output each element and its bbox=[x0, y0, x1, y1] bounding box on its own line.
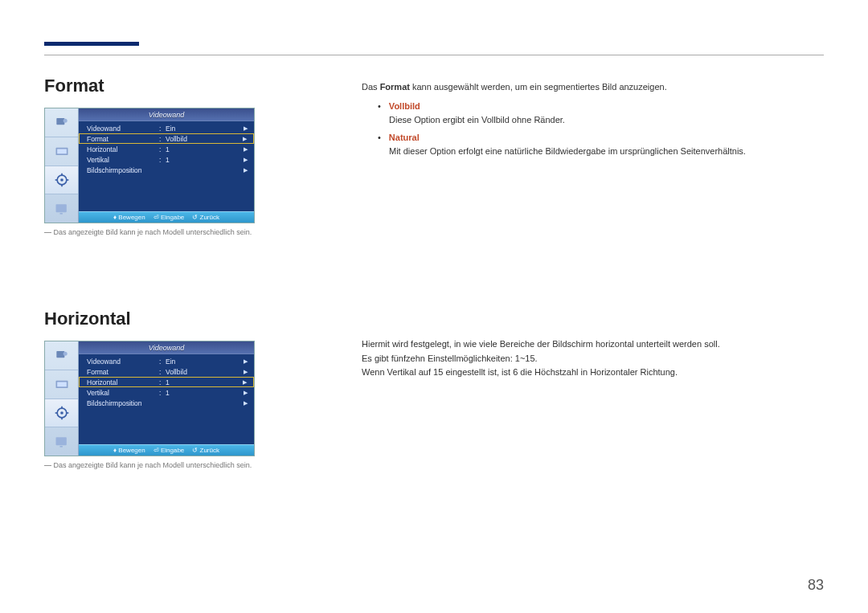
osd-row-value: 1 bbox=[166, 389, 246, 397]
osd-sidebar bbox=[45, 341, 79, 456]
svg-point-1 bbox=[63, 119, 67, 123]
svg-rect-10 bbox=[55, 204, 66, 212]
chevron-right-icon: ▶ bbox=[244, 358, 248, 365]
osd-row-label: Format bbox=[87, 368, 159, 376]
svg-rect-11 bbox=[59, 213, 62, 215]
chevron-right-icon: ▶ bbox=[244, 369, 248, 375]
body-horizontal: Hiermit wird festgelegt, in wie viele Be… bbox=[362, 337, 824, 380]
osd-row-label: Vertikal bbox=[87, 389, 159, 397]
osd-row: Bildschirmposition▶ bbox=[79, 165, 254, 175]
osd-row: Format:Vollbild▶ bbox=[79, 366, 254, 377]
osd-row-value bbox=[166, 166, 246, 174]
left-column: Format Videowand Videowand:Ein▶Format:Vo… bbox=[44, 76, 334, 469]
osd-title: Videowand bbox=[79, 341, 254, 354]
osd-tab-icon bbox=[45, 137, 78, 166]
osd-row: Bildschirmposition▶ bbox=[79, 398, 254, 408]
osd-row-value: 1 bbox=[166, 156, 246, 164]
osd-tab-icon bbox=[45, 341, 78, 370]
osd-footer: ♦ Bewegen ⏎ Eingabe ↺ Zurück bbox=[79, 444, 254, 456]
svg-rect-3 bbox=[57, 149, 67, 154]
osd-row-label: Bildschirmposition bbox=[87, 399, 159, 407]
option-name: Natural bbox=[389, 131, 420, 145]
osd-tab-icon bbox=[45, 194, 78, 223]
osd-main: Videowand Videowand:Ein▶Format:Vollbild▶… bbox=[79, 341, 254, 456]
option-desc: Diese Option ergibt ein Vollbild ohne Rä… bbox=[362, 113, 824, 128]
osd-tab-icon bbox=[45, 108, 78, 137]
horizontal-note: Wenn Vertikal auf 15 eingestellt ist, is… bbox=[362, 366, 824, 380]
osd-body-format: Videowand:Ein▶Format:Vollbild▶Horizontal… bbox=[79, 121, 254, 211]
osd-row: Vertikal:1▶ bbox=[79, 387, 254, 398]
osd-row-label: Bildschirmposition bbox=[87, 166, 159, 174]
osd-tab-icon bbox=[45, 427, 78, 456]
osd-screenshot-format: Videowand Videowand:Ein▶Format:Vollbild▶… bbox=[44, 108, 255, 223]
osd-row-value: Ein bbox=[166, 125, 246, 133]
osd-row: Horizontal:1▶ bbox=[79, 144, 254, 154]
svg-rect-22 bbox=[55, 437, 66, 445]
caption-format: Das angezeigte Bild kann je nach Modell … bbox=[44, 228, 334, 236]
chevron-right-icon: ▶ bbox=[244, 390, 248, 396]
option-name: Vollbild bbox=[389, 100, 420, 114]
osd-footer: ♦ Bewegen ⏎ Eingabe ↺ Zurück bbox=[79, 211, 254, 223]
osd-title: Videowand bbox=[79, 108, 254, 121]
osd-row-label: Vertikal bbox=[87, 156, 159, 164]
option-bullet: •Natural bbox=[362, 131, 824, 145]
osd-footer-move: ♦ Bewegen bbox=[113, 447, 145, 454]
chevron-right-icon: ▶ bbox=[244, 146, 248, 153]
chevron-right-icon: ▶ bbox=[244, 400, 248, 407]
osd-footer-move: ♦ Bewegen bbox=[113, 214, 145, 221]
osd-row-label: Videowand bbox=[87, 125, 159, 133]
osd-row-value bbox=[166, 399, 246, 407]
osd-main: Videowand Videowand:Ein▶Format:Vollbild▶… bbox=[79, 108, 254, 223]
chevron-right-icon: ▶ bbox=[244, 157, 248, 163]
osd-row-label: Horizontal bbox=[87, 378, 159, 386]
heading-horizontal: Horizontal bbox=[44, 309, 334, 329]
osd-sidebar bbox=[45, 108, 79, 223]
svg-rect-15 bbox=[57, 382, 67, 387]
format-intro: Das Format kann ausgewählt werden, um ei… bbox=[362, 80, 824, 95]
osd-tab-icon bbox=[45, 370, 78, 399]
chevron-right-icon: ▶ bbox=[243, 136, 247, 142]
section-horizontal: Horizontal Videowand Videowand:Ein▶Forma… bbox=[44, 309, 334, 469]
osd-row: Videowand:Ein▶ bbox=[79, 356, 254, 366]
svg-rect-23 bbox=[59, 446, 62, 447]
osd-row: Videowand:Ein▶ bbox=[79, 123, 254, 133]
svg-point-13 bbox=[63, 352, 67, 356]
chevron-right-icon: ▶ bbox=[244, 125, 248, 132]
svg-point-5 bbox=[60, 178, 63, 182]
osd-body-horizontal: Videowand:Ein▶Format:Vollbild▶Horizontal… bbox=[79, 354, 254, 444]
osd-row-value: Vollbild bbox=[166, 135, 246, 143]
option-bullet: •Vollbild bbox=[362, 100, 824, 114]
osd-row-value: Vollbild bbox=[166, 368, 246, 376]
header-accent-bar bbox=[44, 42, 139, 46]
horizontal-line1: Hiermit wird festgelegt, in wie viele Be… bbox=[362, 337, 824, 352]
option-desc: Mit dieser Option erfolgt eine natürlich… bbox=[362, 145, 824, 159]
osd-row-value: Ein bbox=[166, 358, 246, 366]
body-format: Das Format kann ausgewählt werden, um ei… bbox=[362, 80, 824, 159]
osd-row-label: Horizontal bbox=[87, 145, 159, 153]
osd-row-value: 1 bbox=[166, 145, 246, 153]
format-options: •VollbildDiese Option ergibt ein Vollbil… bbox=[362, 100, 824, 159]
svg-point-17 bbox=[60, 411, 63, 415]
heading-format: Format bbox=[44, 76, 334, 96]
osd-row: Format:Vollbild▶ bbox=[79, 133, 254, 144]
chevron-right-icon: ▶ bbox=[243, 379, 247, 386]
osd-row-label: Videowand bbox=[87, 358, 159, 366]
osd-tab-icon-selected bbox=[45, 399, 78, 428]
osd-tab-icon-selected bbox=[45, 166, 78, 195]
osd-row: Horizontal:1▶ bbox=[79, 377, 254, 387]
osd-row-value: 1 bbox=[166, 378, 246, 386]
page-number: 83 bbox=[808, 577, 824, 594]
caption-horizontal: Das angezeigte Bild kann je nach Modell … bbox=[44, 461, 334, 469]
osd-screenshot-horizontal: Videowand Videowand:Ein▶Format:Vollbild▶… bbox=[44, 341, 255, 456]
osd-row-label: Format bbox=[87, 135, 159, 143]
header-divider bbox=[44, 55, 824, 55]
osd-row: Vertikal:1▶ bbox=[79, 154, 254, 165]
osd-footer-back: ↺ Zurück bbox=[192, 214, 219, 221]
osd-footer-enter: ⏎ Eingabe bbox=[154, 214, 185, 221]
horizontal-line2: Es gibt fünfzehn Einstellmöglichkeiten: … bbox=[362, 352, 824, 366]
osd-footer-back: ↺ Zurück bbox=[192, 447, 219, 454]
chevron-right-icon: ▶ bbox=[244, 167, 248, 174]
osd-footer-enter: ⏎ Eingabe bbox=[154, 447, 185, 454]
